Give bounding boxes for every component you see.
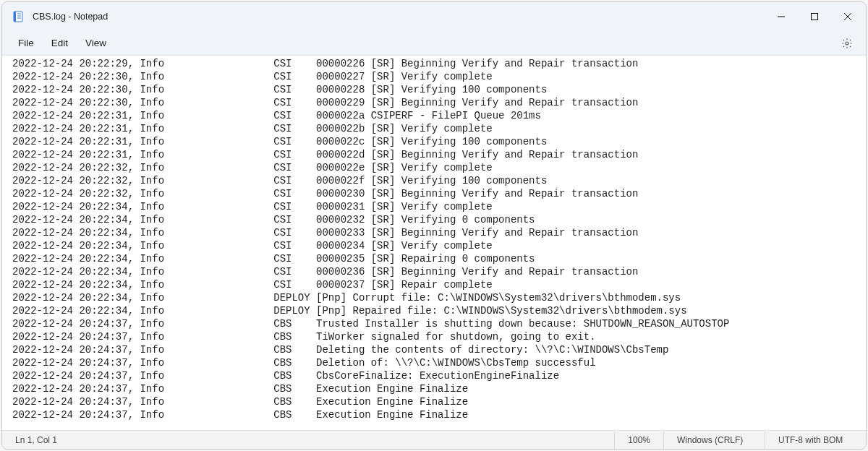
minimize-button[interactable] xyxy=(765,2,798,31)
log-text-content[interactable]: 2022-12-24 20:22:29, Info CSI 00000226 [… xyxy=(12,57,866,421)
status-line-ending: Windows (CRLF) xyxy=(663,431,765,449)
menu-view[interactable]: View xyxy=(77,33,115,53)
status-zoom[interactable]: 100% xyxy=(614,431,663,449)
svg-point-9 xyxy=(846,42,848,45)
window-title: CBS.log - Notepad xyxy=(33,12,108,22)
status-bar: Ln 1, Col 1 100% Windows (CRLF) UTF-8 wi… xyxy=(2,430,866,449)
svg-rect-6 xyxy=(812,14,818,20)
svg-rect-1 xyxy=(14,12,16,22)
window-controls xyxy=(765,2,864,31)
menu-bar: File Edit View xyxy=(2,31,866,56)
settings-button[interactable] xyxy=(835,38,859,49)
title-bar[interactable]: CBS.log - Notepad xyxy=(2,2,866,31)
status-cursor-position: Ln 1, Col 1 xyxy=(2,435,614,445)
menu-edit[interactable]: Edit xyxy=(43,33,77,53)
maximize-button[interactable] xyxy=(798,2,831,31)
text-editor-area[interactable]: 2022-12-24 20:22:29, Info CSI 00000226 [… xyxy=(2,56,866,430)
close-button[interactable] xyxy=(831,2,864,31)
menu-file[interactable]: File xyxy=(9,33,43,53)
notepad-window: CBS.log - Notepad File Edit View xyxy=(1,1,867,450)
notepad-app-icon xyxy=(12,11,24,22)
status-encoding: UTF-8 with BOM xyxy=(765,431,866,449)
